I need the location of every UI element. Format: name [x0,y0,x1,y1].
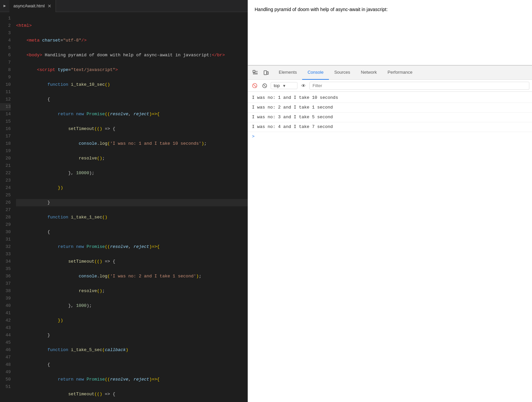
page-rendered-text: Handling pyramid of doom with help of as… [255,7,388,12]
console-toolbar: 🚫 top ▼ 👁 [248,80,532,92]
tab-network[interactable]: Network [356,66,382,80]
tab-filename: asyncAwait.html [13,3,45,8]
code-area: 12345 678910 1112131415 1617181920 21222… [0,12,248,402]
context-selector[interactable]: top ▼ [271,82,297,89]
tab-elements[interactable]: Elements [273,66,302,80]
console-line-1: I was no: 1 and I take 10 seconds [248,93,532,103]
devtools-toolbar: Elements Console Sources Network Perform… [248,66,532,80]
context-value: top [274,83,280,88]
tab-performance[interactable]: Performance [382,66,418,80]
stop-button[interactable] [261,82,269,90]
tab-bar: ▶ asyncAwait.html ✕ [0,0,248,12]
console-filter-input[interactable] [309,82,529,90]
editor-tab[interactable]: asyncAwait.html ✕ [9,0,56,12]
inspect-element-button[interactable] [251,68,260,77]
console-line-2: I was no: 2 and I take 1 second [248,103,532,113]
svg-rect-0 [253,70,255,72]
svg-rect-4 [264,71,267,75]
device-toggle-button[interactable] [261,68,271,77]
devtools-panel: Elements Console Sources Network Perform… [248,65,532,402]
tab-sources[interactable]: Sources [329,66,356,80]
console-line-4: I was no: 4 and I take 7 second [248,122,532,132]
console-line-3: I was no: 3 and I take 5 second [248,113,532,122]
code-content: <html> <meta charset="utf-8"/> <body> Ha… [13,12,248,402]
svg-line-7 [264,85,266,87]
console-output: I was no: 1 and I take 10 seconds I was … [248,92,532,402]
editor-panel: ▶ asyncAwait.html ✕ 12345 678910 1112131… [0,0,248,402]
expand-icon[interactable]: ▶ [0,0,9,12]
console-prompt[interactable]: > [248,132,532,141]
tab-close-button[interactable]: ✕ [48,3,52,9]
eye-button[interactable]: 👁 [299,82,307,90]
devtools-tabs: Elements Console Sources Network Perform… [273,66,418,80]
right-panel: Handling pyramid of doom with help of as… [248,0,532,402]
svg-rect-5 [267,72,268,74]
clear-console-button[interactable]: 🚫 [251,82,259,90]
line-numbers: 12345 678910 1112131415 1617181920 21222… [0,12,13,402]
browser-content: Handling pyramid of doom with help of as… [248,0,532,65]
tab-console[interactable]: Console [302,66,329,80]
